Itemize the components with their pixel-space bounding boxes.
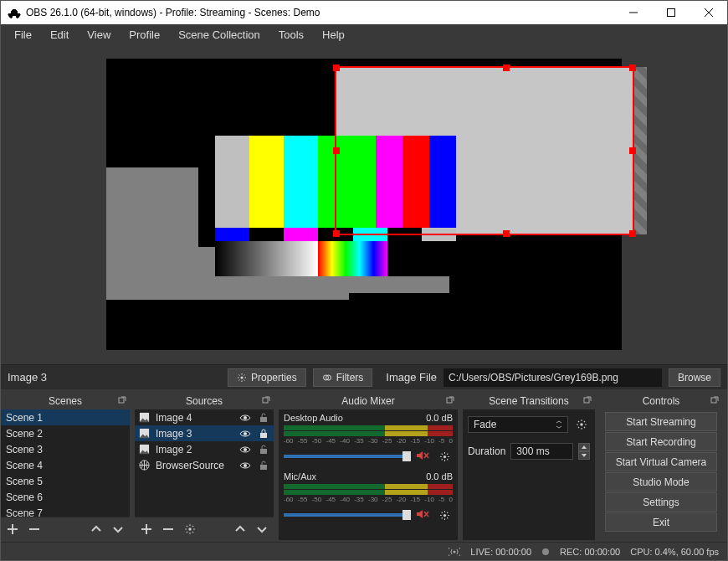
preview-canvas[interactable] — [106, 59, 622, 350]
settings-button[interactable]: Settings — [605, 492, 717, 512]
remove-scene-button[interactable] — [26, 521, 43, 538]
scene-row[interactable]: Scene 6 — [1, 489, 130, 505]
scene-row[interactable]: Scene 4 — [1, 457, 130, 473]
remove-source-button[interactable] — [160, 521, 177, 538]
menu-file[interactable]: File — [6, 26, 40, 44]
menu-view[interactable]: View — [79, 26, 119, 44]
duration-label: Duration — [468, 445, 505, 457]
channel-name: Mic/Aux — [284, 471, 316, 481]
duration-field[interactable]: 300 ms — [510, 443, 573, 460]
scene-row[interactable]: Scene 3 — [1, 441, 130, 457]
lock-toggle[interactable] — [257, 411, 270, 425]
controls-header[interactable]: Controls — [600, 393, 722, 409]
svg-rect-17 — [260, 449, 267, 454]
popout-icon[interactable] — [116, 394, 128, 406]
transition-settings-button[interactable] — [573, 416, 590, 433]
svg-point-21 — [188, 528, 192, 531]
svg-point-13 — [244, 432, 247, 435]
transitions-header[interactable]: Scene Transitions — [463, 393, 595, 409]
selection-rect[interactable] — [335, 66, 634, 235]
close-button[interactable] — [690, 1, 727, 24]
image-file-label: Image File — [386, 371, 437, 383]
scene-up-button[interactable] — [88, 521, 105, 538]
svg-point-16 — [244, 448, 247, 451]
source-row[interactable]: BrowserSource — [135, 457, 274, 473]
menu-help[interactable]: Help — [314, 26, 353, 44]
channel-db: 0.0 dB — [426, 471, 453, 481]
broadcast-icon — [449, 547, 460, 557]
image-file-field[interactable]: C:/Users/OBS/Pictures/Grey169B.png — [443, 368, 662, 387]
lock-toggle[interactable] — [257, 443, 270, 456]
image-icon — [138, 427, 151, 440]
add-scene-button[interactable] — [4, 521, 21, 538]
svg-rect-27 — [711, 398, 716, 403]
volume-slider[interactable] — [284, 455, 411, 458]
minimize-button[interactable] — [614, 1, 652, 24]
source-row[interactable]: Image 2 — [135, 441, 274, 457]
source-label: Image 4 — [156, 412, 233, 424]
svg-rect-11 — [260, 417, 267, 422]
selected-source-label: Image 3 — [8, 371, 47, 383]
title-bar: OBS 26.1.0 (64-bit, windows) - Profile: … — [1, 1, 727, 24]
source-row[interactable]: Image 4 — [135, 409, 274, 425]
filters-button[interactable]: Filters — [313, 368, 373, 387]
channel-settings-button[interactable] — [436, 507, 453, 523]
popout-icon[interactable] — [582, 394, 593, 406]
source-label: Image 2 — [156, 444, 233, 455]
channel-settings-button[interactable] — [436, 448, 453, 465]
menu-profile[interactable]: Profile — [120, 26, 168, 44]
scene-row[interactable]: Scene 2 — [1, 425, 130, 441]
preview-area[interactable] — [1, 44, 727, 364]
visibility-toggle[interactable] — [238, 411, 252, 425]
mixer-body: Desktop Audio0.0 dB-60-55-50-45-40-35-30… — [279, 409, 458, 540]
start-recording-button[interactable]: Start Recording — [605, 432, 717, 451]
menu-scene-collection[interactable]: Scene Collection — [170, 26, 269, 44]
lock-toggle[interactable] — [257, 459, 270, 472]
svg-rect-14 — [260, 433, 267, 438]
visibility-toggle[interactable] — [238, 459, 252, 472]
svg-point-19 — [244, 464, 247, 467]
source-up-button[interactable] — [232, 521, 249, 538]
controls-body: Start Streaming Start Recording Start Vi… — [600, 409, 722, 540]
start-streaming-button[interactable]: Start Streaming — [605, 412, 717, 431]
scene-down-button[interactable] — [110, 521, 126, 538]
properties-button[interactable]: Properties — [228, 368, 306, 387]
visibility-toggle[interactable] — [238, 427, 252, 440]
app-icon — [8, 6, 21, 19]
menu-tools[interactable]: Tools — [270, 26, 312, 44]
scene-row[interactable]: Scene 1 — [1, 409, 130, 425]
sources-header[interactable]: Sources — [135, 393, 274, 409]
studio-mode-button[interactable]: Studio Mode — [605, 472, 717, 492]
lock-toggle[interactable] — [257, 427, 270, 440]
cpu-status: CPU: 0.4%, 60.00 fps — [630, 547, 719, 557]
source-down-button[interactable] — [254, 521, 270, 538]
add-source-button[interactable] — [138, 521, 155, 538]
image-icon — [138, 443, 151, 455]
popout-icon[interactable] — [709, 394, 720, 406]
maximize-button[interactable] — [652, 1, 690, 24]
sources-list[interactable]: Image 4Image 3Image 2BrowserSource — [135, 409, 274, 517]
visibility-toggle[interactable] — [238, 443, 252, 456]
start-virtual-camera-button[interactable]: Start Virtual Camera — [605, 452, 717, 471]
popout-icon[interactable] — [260, 394, 272, 406]
exit-button[interactable]: Exit — [605, 512, 717, 532]
menu-edit[interactable]: Edit — [42, 26, 77, 44]
source-row[interactable]: Image 3 — [135, 425, 274, 441]
mute-button[interactable] — [416, 450, 431, 462]
svg-rect-7 — [119, 398, 124, 403]
scenes-list[interactable]: Scene 1Scene 2Scene 3Scene 4Scene 5Scene… — [1, 409, 130, 517]
volume-slider[interactable] — [284, 513, 411, 517]
mute-button[interactable] — [416, 509, 431, 521]
popout-icon[interactable] — [444, 394, 456, 406]
duration-down-button[interactable] — [578, 451, 590, 460]
mixer-header[interactable]: Audio Mixer — [279, 393, 458, 409]
window-title: OBS 26.1.0 (64-bit, windows) - Profile: … — [26, 7, 320, 18]
duration-up-button[interactable] — [578, 443, 590, 451]
source-properties-button[interactable] — [182, 521, 198, 538]
scenes-header[interactable]: Scenes — [1, 393, 130, 409]
scene-row[interactable]: Scene 7 — [1, 505, 130, 517]
transition-select[interactable]: Fade — [468, 416, 568, 433]
svg-point-24 — [443, 513, 445, 516]
scene-row[interactable]: Scene 5 — [1, 473, 130, 489]
browse-button[interactable]: Browse — [669, 368, 720, 387]
